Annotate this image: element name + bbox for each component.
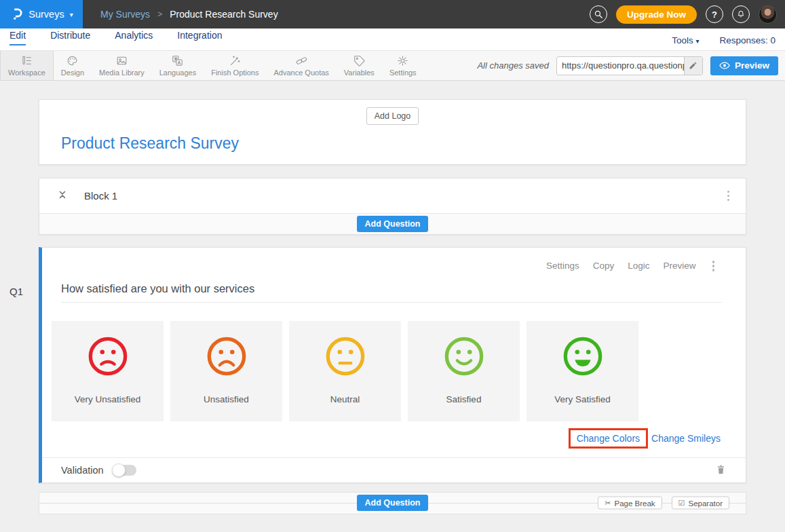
toolbar-item-media-library[interactable]: Media Library (92, 51, 152, 80)
option-neutral[interactable]: Neutral (289, 321, 401, 421)
media-library-icon (115, 54, 128, 67)
upgrade-button[interactable]: Upgrade Now (616, 5, 697, 24)
toolbar-item-advance-quotas[interactable]: Advance Quotas (266, 51, 336, 80)
breadcrumb: My Surveys > Product Research Survey (100, 9, 278, 20)
page-break-button[interactable]: ✂ Page Break (598, 497, 662, 510)
option-unsatisfied[interactable]: Unsatisfied (170, 321, 282, 421)
help-button[interactable]: ? (706, 5, 723, 23)
tools-dropdown[interactable]: Tools ▾ (672, 35, 699, 45)
questionpro-logo-icon (9, 7, 23, 22)
question-card: Settings Copy Logic Preview How satisfie… (39, 247, 746, 483)
option-very-satisfied[interactable]: Very Satisfied (526, 321, 638, 421)
search-icon (594, 10, 603, 19)
option-label: Very Unsatisfied (75, 394, 141, 404)
block-title: Block 1 (84, 190, 117, 202)
toolbar-item-variables[interactable]: Variables (337, 51, 382, 80)
annotation-highlight-box: Change Colors (569, 428, 648, 449)
satisfied-smiley-icon (443, 335, 485, 377)
option-label: Very Satisfied (554, 394, 611, 404)
edit-url-button[interactable] (684, 57, 702, 75)
unsatisfied-smiley-icon (206, 335, 248, 377)
add-logo-button[interactable]: Add Logo (366, 107, 419, 125)
breadcrumb-current: Product Research Survey (170, 9, 278, 20)
breadcrumb-separator: > (157, 10, 162, 19)
question-settings-link[interactable]: Settings (546, 261, 579, 271)
question-number-label: Q1 (9, 286, 23, 297)
question-logic-link[interactable]: Logic (628, 261, 649, 271)
top-actions: Upgrade Now ? (590, 5, 785, 24)
trash-icon (715, 463, 727, 476)
delete-question-button[interactable] (715, 463, 727, 478)
option-label: Unsatisfied (204, 394, 249, 404)
block-menu-button[interactable] (725, 188, 733, 204)
option-label: Satisfied (446, 394, 482, 404)
notifications-button[interactable] (732, 5, 750, 23)
question-menu-button[interactable] (710, 258, 718, 274)
validation-row: Validation (42, 457, 746, 482)
add-question-button-top[interactable]: Add Question (357, 216, 429, 232)
option-label: Neutral (330, 394, 360, 404)
avatar[interactable] (759, 5, 777, 24)
checkbox-icon: ☑ (678, 499, 685, 508)
question-copy-link[interactable]: Copy (593, 261, 615, 271)
very-satisfied-smiley-icon (562, 335, 604, 377)
option-satisfied[interactable]: Satisfied (408, 321, 520, 421)
question-preview-link[interactable]: Preview (663, 261, 695, 271)
block-footer: Add Question ✂ Page Break ☑ Separator (39, 492, 746, 514)
tab-edit[interactable]: Edit (9, 30, 26, 45)
toolbar-item-finish-options[interactable]: Finish Options (204, 51, 266, 80)
tab-integration[interactable]: Integration (177, 30, 222, 45)
top-bar: Surveys ▾ My Surveys > Product Research … (0, 0, 785, 28)
variables-icon (353, 54, 366, 67)
eye-icon (719, 62, 730, 69)
block-header: Block 1 (39, 178, 746, 214)
change-colors-link[interactable]: Change Colors (577, 433, 640, 444)
question-text[interactable]: How satisfied are you with our services (61, 282, 722, 303)
survey-url-field[interactable]: https://questionpro.qa.questionp (556, 56, 703, 75)
survey-url-value: https://questionpro.qa.questionp (557, 60, 684, 71)
chevron-down-icon: ▾ (70, 11, 73, 18)
toolbar-item-settings[interactable]: Settings (382, 51, 424, 80)
collapse-block-button[interactable] (57, 189, 68, 203)
design-icon (66, 54, 79, 67)
tab-distribute[interactable]: Distribute (50, 30, 90, 45)
validation-toggle[interactable] (113, 465, 136, 476)
tab-analytics[interactable]: Analytics (115, 30, 153, 45)
block-1: Block 1 Add Question Settings Copy Logic… (39, 178, 746, 514)
toolbar-item-languages[interactable]: Languages (152, 51, 204, 80)
bell-icon (736, 10, 746, 19)
add-question-button-bottom[interactable]: Add Question (357, 495, 429, 511)
chevron-down-icon: ▾ (695, 37, 699, 45)
finish-options-icon (229, 54, 242, 67)
save-status: All changes saved (477, 60, 549, 71)
settings-icon (396, 54, 409, 67)
toolbar-item-workspace[interactable]: Workspace (0, 51, 54, 80)
very-unsatisfied-smiley-icon (87, 335, 129, 377)
collapse-icon (57, 189, 68, 200)
toolbar-item-design[interactable]: Design (54, 51, 92, 80)
separator-button[interactable]: ☑ Separator (672, 497, 729, 510)
breadcrumb-my-surveys[interactable]: My Surveys (100, 9, 150, 20)
search-button[interactable] (590, 5, 607, 23)
smiley-options: Very Unsatisfied Unsatisfied (42, 303, 746, 421)
option-very-unsatisfied[interactable]: Very Unsatisfied (52, 321, 164, 421)
languages-icon (171, 54, 184, 67)
preview-button[interactable]: Preview (710, 56, 778, 75)
responses-count[interactable]: Responses: 0 (719, 35, 776, 45)
survey-canvas: Q1 Add Logo Product Research Survey Bloc… (0, 81, 785, 532)
surveys-menu-label: Surveys (28, 9, 64, 20)
survey-title[interactable]: Product Research Survey (61, 134, 746, 153)
pencil-icon (689, 61, 697, 70)
neutral-smiley-icon (324, 335, 366, 377)
validation-label: Validation (61, 465, 104, 476)
scissors-icon: ✂ (605, 499, 611, 508)
change-smileys-link[interactable]: Change Smileys (651, 433, 721, 444)
surveys-menu[interactable]: Surveys ▾ (0, 0, 83, 28)
workspace-icon (20, 54, 33, 67)
editor-toolbar: Workspace Design Media Library Languages… (0, 51, 785, 81)
advance-quotas-icon (295, 54, 308, 67)
section-tabs: Edit Distribute Analytics Integration To… (0, 28, 785, 51)
survey-header-card: Add Logo Product Research Survey (39, 99, 746, 165)
